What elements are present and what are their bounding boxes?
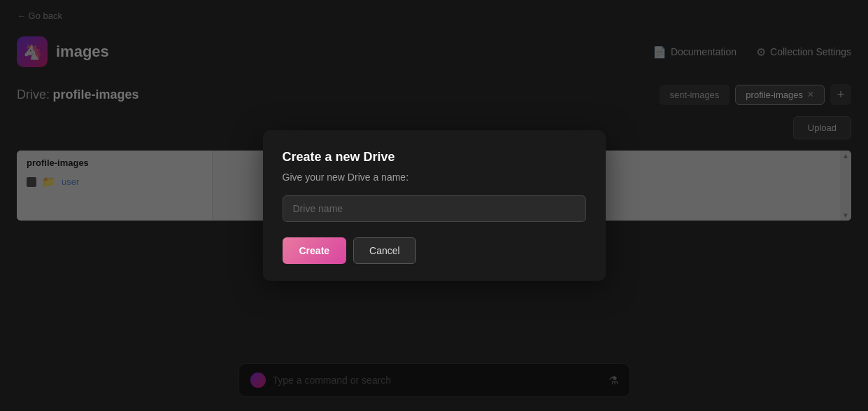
modal-title: Create a new Drive [283, 150, 586, 165]
cancel-button[interactable]: Cancel [353, 237, 416, 264]
create-drive-button[interactable]: Create [283, 237, 347, 264]
modal-actions: Create Cancel [283, 237, 586, 264]
drive-name-input[interactable] [283, 195, 586, 222]
create-drive-modal: Create a new Drive Give your new Drive a… [263, 130, 606, 281]
modal-overlay: Create a new Drive Give your new Drive a… [0, 0, 868, 411]
modal-subtitle: Give your new Drive a name: [283, 172, 586, 183]
